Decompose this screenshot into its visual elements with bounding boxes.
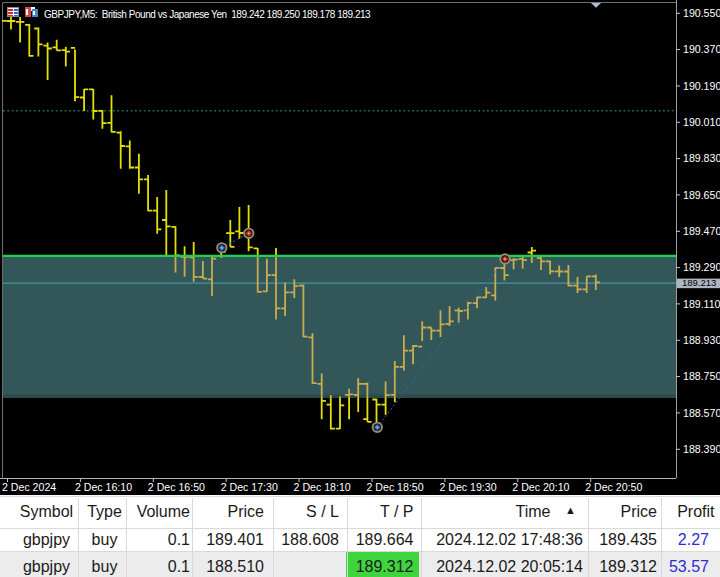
svg-text:190.550: 190.550 [683,7,720,19]
svg-text:188.570: 188.570 [683,407,720,419]
svg-text:2 Dec 20:50: 2 Dec 20:50 [585,481,642,493]
svg-text:2 Dec 16:50: 2 Dec 16:50 [148,481,205,493]
svg-text:189.110: 189.110 [683,298,720,310]
svg-text:190.190: 190.190 [683,80,720,92]
svg-text:189.213: 189.213 [682,277,716,288]
svg-text:2 Dec 16:10: 2 Dec 16:10 [75,481,132,493]
svg-text:2 Dec 2024: 2 Dec 2024 [2,481,56,493]
svg-text:189.650: 189.650 [683,189,720,201]
svg-text:2 Dec 18:10: 2 Dec 18:10 [294,481,351,493]
svg-text:188.750: 188.750 [683,370,720,382]
svg-text:2 Dec 17:30: 2 Dec 17:30 [221,481,278,493]
svg-text:2 Dec 19:30: 2 Dec 19:30 [439,481,496,493]
svg-text:189.830: 189.830 [683,152,720,164]
svg-text:188.930: 188.930 [683,334,720,346]
svg-text:2 Dec 20:10: 2 Dec 20:10 [512,481,569,493]
svg-text:189.290: 189.290 [683,261,720,273]
svg-text:188.390: 188.390 [683,443,720,455]
svg-text:190.010: 190.010 [683,116,720,128]
svg-text:2 Dec 18:50: 2 Dec 18:50 [367,481,424,493]
svg-text:189.470: 189.470 [683,225,720,237]
svg-text:190.370: 190.370 [683,43,720,55]
